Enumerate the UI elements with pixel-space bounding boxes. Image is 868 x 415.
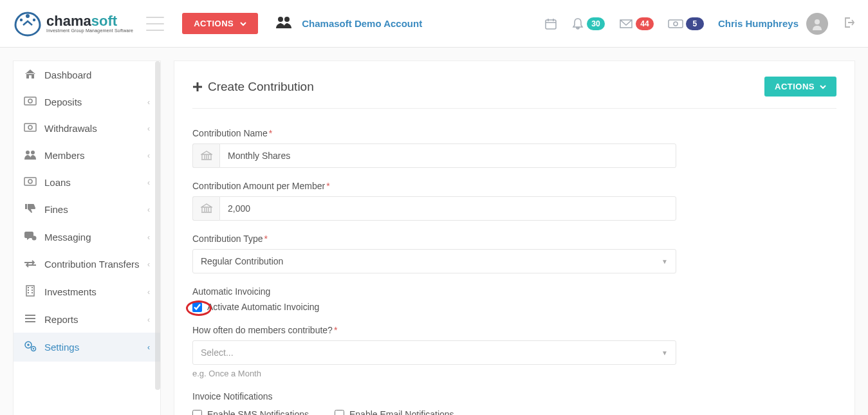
topbar: chamasoft Investment Group Management So…: [0, 0, 868, 48]
notifications-icon[interactable]: 30: [571, 17, 605, 30]
svg-rect-14: [24, 124, 36, 131]
svg-point-13: [28, 99, 32, 103]
chevron-left-icon: ‹: [147, 343, 150, 352]
calendar-icon[interactable]: [544, 17, 557, 30]
panel-actions-button[interactable]: ACTIONS: [764, 77, 836, 97]
svg-point-19: [28, 180, 32, 183]
svg-point-32: [27, 344, 30, 346]
svg-rect-18: [24, 178, 36, 185]
svg-rect-22: [28, 287, 29, 288]
frequency-placeholder: Select...: [201, 347, 234, 358]
sms-notif-label: Enable SMS Notifications: [207, 409, 309, 415]
contribution-name-label: Contribution Name*: [192, 128, 836, 138]
contribution-amount-input[interactable]: [219, 196, 676, 221]
sidebar-item-settings[interactable]: Settings ‹: [14, 333, 160, 362]
contribution-name-input[interactable]: [219, 143, 676, 168]
email-notif-label: Enable Email Notifications: [349, 409, 454, 415]
svg-point-34: [33, 348, 34, 349]
svg-point-16: [26, 151, 30, 154]
funds-icon[interactable]: 5: [668, 17, 704, 30]
chevron-down-icon: [240, 21, 246, 27]
user-name: Chris Humphreys: [718, 18, 799, 29]
sidebar-item-label: Members: [44, 150, 140, 161]
sidebar-item-label: Reports: [44, 314, 140, 325]
svg-point-3: [278, 17, 283, 22]
sidebar: Dashboard Deposits ‹ Withdrawals ‹ Membe…: [13, 60, 161, 415]
caret-down-icon: ▼: [661, 349, 668, 356]
sidebar-item-withdrawals[interactable]: Withdrawals ‹: [14, 115, 160, 142]
bank-icon: [192, 143, 219, 168]
home-icon: [24, 69, 37, 81]
auto-invoice-heading: Automatic Invoicing: [192, 286, 836, 297]
plus-icon: [192, 82, 203, 92]
building-icon: [24, 285, 37, 299]
sidebar-item-messaging[interactable]: Messaging ‹: [14, 223, 160, 251]
chevron-left-icon: ‹: [147, 205, 150, 214]
caret-down-icon: ▼: [661, 258, 668, 265]
frequency-hint: e.g. Once a Month: [192, 369, 836, 378]
brand-logo[interactable]: chamasoft Investment Group Management So…: [13, 11, 133, 37]
messages-icon[interactable]: 44: [619, 17, 654, 30]
svg-rect-9: [669, 20, 683, 28]
sidebar-item-dashboard[interactable]: Dashboard: [14, 61, 160, 89]
list-icon: [24, 314, 37, 325]
svg-rect-12: [24, 97, 36, 105]
sidebar-item-members[interactable]: Members ‹: [14, 142, 160, 169]
svg-rect-24: [28, 290, 29, 291]
svg-point-2: [33, 18, 35, 21]
sidebar-item-investments[interactable]: Investments ‹: [14, 277, 160, 306]
sidebar-item-label: Messaging: [44, 232, 140, 243]
menu-toggle[interactable]: [146, 17, 164, 31]
money-icon: [24, 123, 37, 134]
account-name-link[interactable]: Chamasoft Demo Account: [302, 18, 422, 29]
chevron-left-icon: ‹: [147, 151, 150, 160]
avatar: [806, 13, 828, 35]
scrollbar[interactable]: [155, 61, 160, 390]
page-title: Create Contribution: [192, 80, 314, 94]
svg-point-10: [674, 22, 678, 26]
notif-badge: 30: [587, 17, 605, 30]
users-icon: [275, 15, 293, 32]
gears-icon: [24, 340, 37, 354]
auto-invoice-checkbox-label: Activate Automatic Invoicing: [207, 302, 319, 312]
svg-rect-25: [32, 290, 33, 291]
sidebar-item-loans[interactable]: Loans ‹: [14, 169, 160, 196]
highlight-annotation: [186, 300, 212, 316]
email-notif-checkbox[interactable]: [335, 410, 344, 416]
svg-rect-21: [26, 286, 34, 296]
sidebar-item-label: Investments: [44, 286, 140, 297]
chevron-down-icon: [820, 84, 826, 90]
user-menu[interactable]: Chris Humphreys: [718, 13, 828, 35]
chevron-left-icon: ‹: [147, 260, 150, 269]
sidebar-item-fines[interactable]: Fines ‹: [14, 196, 160, 223]
chevron-left-icon: ‹: [147, 233, 150, 242]
sidebar-item-deposits[interactable]: Deposits ‹: [14, 89, 160, 115]
money-icon: [24, 177, 37, 188]
contribution-type-select[interactable]: Regular Contribution ▼: [192, 249, 676, 273]
svg-point-1: [20, 18, 23, 21]
top-actions-button[interactable]: ACTIONS: [182, 13, 258, 34]
svg-rect-23: [32, 287, 33, 288]
sidebar-item-label: Settings: [44, 342, 140, 353]
chevron-left-icon: ‹: [147, 315, 150, 324]
svg-point-20: [32, 236, 37, 241]
chat-icon: [24, 231, 37, 243]
sidebar-item-reports[interactable]: Reports ‹: [14, 306, 160, 333]
svg-point-11: [815, 19, 820, 24]
chevron-left-icon: ‹: [147, 124, 150, 133]
sidebar-item-label: Dashboard: [44, 69, 150, 80]
sidebar-item-contribution-transfers[interactable]: Contribution Transfers ‹: [14, 251, 160, 277]
users-icon: [24, 149, 37, 161]
svg-rect-26: [28, 292, 29, 293]
money-icon: [24, 97, 37, 107]
svg-point-17: [31, 151, 35, 154]
main-panel: Create Contribution ACTIONS Contribution…: [174, 60, 855, 415]
logout-icon[interactable]: [842, 16, 855, 31]
bank-icon: [192, 196, 219, 221]
sms-notif-checkbox[interactable]: [192, 410, 202, 416]
frequency-select[interactable]: Select... ▼: [192, 340, 676, 365]
funds-badge: 5: [686, 17, 704, 30]
sidebar-item-label: Contribution Transfers: [44, 259, 140, 270]
sidebar-item-label: Withdrawals: [44, 123, 140, 134]
frequency-label: How often do members contribute?*: [192, 325, 836, 335]
